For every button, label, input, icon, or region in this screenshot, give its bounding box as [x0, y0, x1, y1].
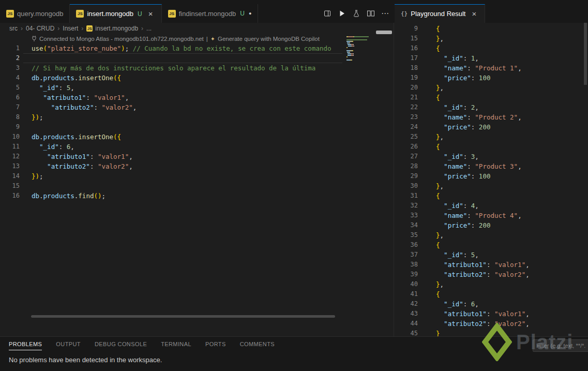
- code-line-27[interactable]: 27 "_id": 3,: [394, 152, 588, 161]
- code-line-4[interactable]: 4db.products.insertOne({: [0, 73, 394, 83]
- minimap[interactable]: [346, 36, 369, 61]
- code-line-31[interactable]: 31 {: [394, 191, 588, 201]
- code-line-9[interactable]: 9 {: [394, 24, 588, 34]
- line-number: 43: [394, 309, 418, 319]
- code-line-5[interactable]: 5 "_id": 5,: [0, 83, 394, 93]
- breadcrumb-item[interactable]: JSinsert.mongodb: [86, 25, 138, 32]
- code-line-16[interactable]: 16db.products.find();: [0, 191, 394, 201]
- code-line-19[interactable]: 19 "price": 100: [394, 73, 588, 83]
- codelens-copilot[interactable]: Generate query with MongoDB Copilot: [218, 36, 320, 42]
- code-line-32[interactable]: 32 "_id": 4,: [394, 201, 588, 211]
- code-line-10[interactable]: 10db.products.insertOne({: [0, 132, 394, 142]
- code-line-36[interactable]: 36 {: [394, 240, 588, 250]
- vertical-scrollbar[interactable]: [584, 23, 587, 85]
- codelens-separator: |: [206, 36, 208, 42]
- tab-query.mongodb[interactable]: JSquery.mongodb: [0, 4, 70, 23]
- code-line-3[interactable]: 3// Si hay más de dos instrucciones solo…: [0, 63, 394, 73]
- code-line-29[interactable]: 29 "price": 100: [394, 171, 588, 181]
- line-number: 45: [394, 329, 418, 336]
- modified-dot-icon[interactable]: ●: [249, 11, 251, 16]
- code-line-33[interactable]: 33 "name": "Product 4",: [394, 211, 588, 220]
- tab-Playground Result[interactable]: {}Playground Result×: [395, 4, 485, 23]
- breadcrumb-item[interactable]: Insert: [63, 25, 78, 32]
- line-number: 31: [394, 191, 418, 201]
- code-line-16[interactable]: 16 {: [394, 43, 588, 53]
- code-line-34[interactable]: 34 "price": 200: [394, 220, 588, 230]
- code-line-30[interactable]: 30 },: [394, 181, 588, 191]
- code-line-45[interactable]: 45 }: [394, 329, 588, 336]
- code-line-20[interactable]: 20 },: [394, 83, 588, 93]
- code-line-18[interactable]: 18 "name": "Product 1",: [394, 63, 588, 73]
- code-line-23[interactable]: 23 "name": "Product 2",: [394, 112, 588, 122]
- run-playground-icon[interactable]: [337, 9, 346, 18]
- code-text: {: [428, 43, 440, 53]
- code-line-9[interactable]: 9: [0, 122, 394, 132]
- code-line-2[interactable]: 2: [0, 53, 394, 63]
- code-line-13[interactable]: 13 "atributo2": "valor2",: [0, 161, 394, 171]
- tab-insert.mongodb[interactable]: JSinsert.mongodbU×: [70, 4, 161, 23]
- problems-filter-input[interactable]: [533, 339, 588, 352]
- right-editor-tabs: {}Playground Result×: [395, 4, 485, 23]
- code-text: },: [428, 34, 444, 43]
- line-number: 6: [0, 93, 20, 102]
- editor-insert-mongodb[interactable]: Connected to Mongo Atlas - mongodb101.oh…: [0, 34, 394, 336]
- code-line-43[interactable]: 43 "atributo1": "valor1",: [394, 309, 588, 319]
- open-preview-icon[interactable]: [323, 9, 332, 18]
- plug-icon: [32, 35, 37, 42]
- code-line-12[interactable]: 12 "atributo1": "valor1",: [0, 152, 394, 161]
- horizontal-scrollbar[interactable]: [31, 315, 335, 318]
- line-number: 9: [0, 122, 20, 132]
- beaker-icon[interactable]: [352, 9, 361, 18]
- panel-tab-debug-console[interactable]: DEBUG CONSOLE: [95, 341, 147, 350]
- line-number: 15: [0, 181, 20, 191]
- panel-tab-problems[interactable]: PROBLEMS: [9, 341, 42, 350]
- code-line-8[interactable]: 8});: [0, 112, 394, 122]
- panel-tab-output[interactable]: OUTPUT: [56, 341, 81, 350]
- close-tab-icon[interactable]: ×: [146, 9, 155, 18]
- code-line-21[interactable]: 21 {: [394, 93, 588, 102]
- code-area[interactable]: 1use("platzi_store_nube"); // Cuando la …: [0, 43, 394, 201]
- breadcrumb-item[interactable]: src: [9, 25, 18, 32]
- code-line-25[interactable]: 25 },: [394, 132, 588, 142]
- problems-message: No problems have been detected in the wo…: [9, 356, 162, 364]
- playground-result-editor[interactable]: 9 {15 },16 {17 "_id": 1,18 "name": "Prod…: [394, 23, 588, 336]
- code-text: },: [428, 83, 444, 93]
- code-line-40[interactable]: 40 },: [394, 279, 588, 289]
- line-number: 42: [394, 299, 418, 309]
- code-line-42[interactable]: 42 "_id": 6,: [394, 299, 588, 309]
- breadcrumb-item[interactable]: 04- CRUD: [26, 25, 54, 32]
- scrollbar-thumb[interactable]: [376, 31, 392, 34]
- code-line-15[interactable]: 15 },: [394, 34, 588, 43]
- panel-tab-ports[interactable]: PORTS: [205, 341, 226, 350]
- split-editor-icon[interactable]: [366, 9, 375, 18]
- code-line-22[interactable]: 22 "_id": 2,: [394, 102, 588, 112]
- code-line-26[interactable]: 26 {: [394, 142, 588, 152]
- code-line-6[interactable]: 6 "atributo1": "valor1",: [0, 93, 394, 102]
- code-line-1[interactable]: 1use("platzi_store_nube"); // Cuando la …: [0, 43, 394, 53]
- line-number: 1: [0, 43, 20, 53]
- line-number: 28: [394, 161, 418, 171]
- panel-tab-terminal[interactable]: TERMINAL: [161, 341, 191, 350]
- code-line-35[interactable]: 35 },: [394, 230, 588, 240]
- code-line-28[interactable]: 28 "name": "Product 3",: [394, 161, 588, 171]
- code-line-11[interactable]: 11 "_id": 6,: [0, 142, 394, 152]
- tab-findinsert.mongodb[interactable]: JSfindinsert.mongodbU●: [162, 4, 259, 23]
- code-line-44[interactable]: 44 "atributo2": "valor2",: [394, 319, 588, 329]
- code-line-15[interactable]: 15: [0, 181, 394, 191]
- sparkle-icon: ✦: [210, 36, 215, 42]
- code-line-7[interactable]: 7 "atributo2": "valor2",: [0, 102, 394, 112]
- more-actions-icon[interactable]: ⋯: [381, 9, 390, 18]
- breadcrumb-item[interactable]: ...: [146, 25, 152, 32]
- code-line-14[interactable]: 14});: [0, 171, 394, 181]
- code-line-39[interactable]: 39 "atributo2": "valor2",: [394, 270, 588, 279]
- code-line-41[interactable]: 41 {: [394, 289, 588, 299]
- code-line-24[interactable]: 24 "price": 200: [394, 122, 588, 132]
- code-line-37[interactable]: 37 "_id": 5,: [394, 250, 588, 260]
- result-code-area[interactable]: 9 {15 },16 {17 "_id": 1,18 "name": "Prod…: [394, 24, 588, 336]
- code-text: }: [428, 329, 440, 336]
- code-line-38[interactable]: 38 "atributo1": "valor1",: [394, 260, 588, 270]
- code-line-17[interactable]: 17 "_id": 1,: [394, 53, 588, 63]
- codelens-connected[interactable]: Connected to Mongo Atlas - mongodb101.oh…: [39, 36, 204, 42]
- panel-tab-comments[interactable]: COMMENTS: [240, 341, 275, 350]
- close-tab-icon[interactable]: ×: [470, 9, 478, 18]
